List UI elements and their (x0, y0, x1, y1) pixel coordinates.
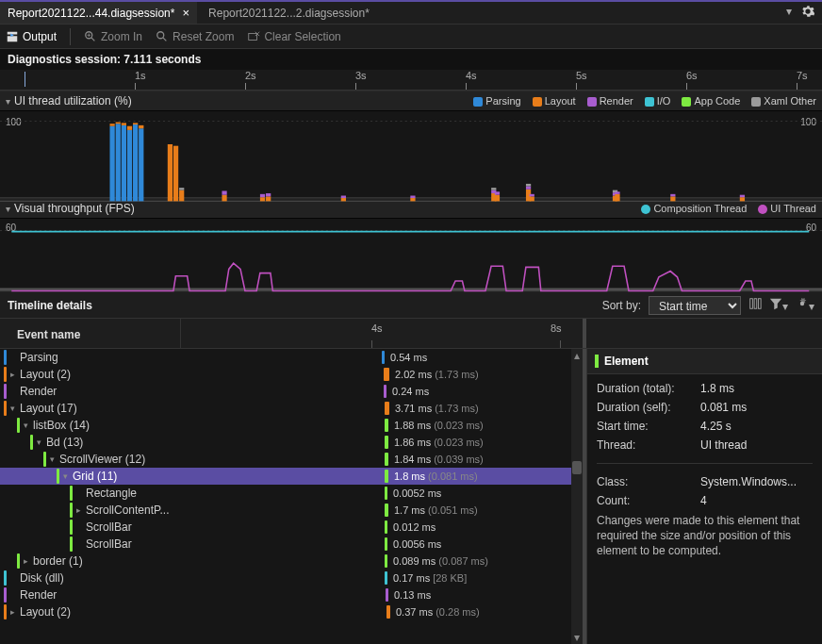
reset-zoom-label: Reset Zoom (173, 30, 234, 43)
table-row[interactable]: Rectangle 0.0052 ms (0, 485, 571, 502)
svg-rect-16 (122, 123, 126, 125)
table-row[interactable]: ▾ Grid (11) 1.8 ms (0.081 ms) (0, 468, 571, 485)
svg-rect-51 (615, 191, 619, 194)
svg-rect-30 (260, 194, 265, 197)
table-row[interactable]: ScrollBar 0.012 ms (0, 519, 571, 536)
svg-rect-24 (173, 146, 178, 202)
svg-rect-35 (410, 198, 415, 201)
svg-rect-32 (266, 193, 271, 196)
gear-icon[interactable] (801, 5, 814, 21)
util-chart[interactable]: 100 100 (0, 111, 822, 198)
scroll-thumb[interactable] (572, 461, 582, 474)
event-duration: 0.17 ms [28 KB] (393, 572, 467, 584)
table-row[interactable]: Parsing 0.54 ms (0, 349, 571, 366)
clear-selection-button[interactable]: Clear Selection (247, 30, 340, 43)
table-row[interactable]: ▸ ScrollContentP... 1.7 ms (0.051 ms) (0, 502, 571, 519)
legend-item: Xaml Other (751, 95, 816, 107)
detail-description: Changes were made to this element that r… (597, 513, 813, 559)
category-bar (4, 604, 7, 619)
detail-row: Start time:4.25 s (597, 420, 813, 433)
fps-chart[interactable]: 60 60 (0, 219, 822, 289)
legend-item: Layout (533, 95, 576, 107)
util-section-header[interactable]: ▾ UI thread utilization (%) ParsingLayou… (0, 91, 822, 111)
legend-item: I/O (645, 95, 671, 107)
table-row[interactable]: ▾ Bd (13) 1.86 ms (0.023 ms) (0, 434, 571, 451)
svg-line-5 (163, 37, 167, 41)
event-label: Bd (13) (46, 436, 83, 449)
details-panel-title: Element (604, 355, 649, 368)
scroll-down-icon[interactable]: ▾ (571, 631, 583, 644)
sort-by-label: Sort by: (602, 299, 641, 312)
table-row[interactable]: ▸ Layout (2) 2.02 ms (1.73 ms) (0, 366, 571, 383)
vertical-scrollbar[interactable]: ▴ ▾ (571, 349, 583, 644)
column-config-icon[interactable] (748, 297, 762, 313)
expand-icon[interactable]: ▾ (24, 421, 33, 430)
collapse-icon[interactable]: ▾ (6, 96, 10, 107)
close-icon[interactable]: × (182, 6, 189, 20)
category-bar (4, 384, 7, 399)
category-bar (43, 452, 46, 467)
event-marker (382, 351, 385, 364)
expand-icon[interactable]: ▾ (10, 404, 20, 413)
svg-rect-23 (168, 144, 173, 201)
tab-inactive[interactable]: Report2021122...2.diagsession* (201, 2, 377, 24)
clear-selection-label: Clear Selection (264, 30, 340, 43)
category-bar (30, 435, 33, 450)
expand-icon[interactable]: ▸ (10, 607, 20, 617)
event-label: Parsing (20, 351, 58, 364)
table-row[interactable]: Render 0.24 ms (0, 383, 571, 400)
sort-by-select[interactable]: Start time (649, 296, 741, 315)
event-marker (385, 419, 388, 432)
filter-icon[interactable]: ▾ (769, 297, 788, 313)
detail-row: Duration (total):1.8 ms (597, 382, 813, 395)
event-duration: 0.13 ms (394, 589, 431, 601)
table-row[interactable]: Disk (dll) 0.17 ms [28 KB] (0, 570, 571, 586)
timeline-scale[interactable]: 4s 8s (181, 319, 583, 348)
table-row[interactable]: ▸ border (1) 0.089 ms (0.087 ms) (0, 553, 571, 570)
event-duration: 1.7 ms (0.051 ms) (394, 504, 478, 516)
gear-icon[interactable]: ▾ (796, 297, 814, 313)
table-row[interactable]: ▾ listBox (14) 1.88 ms (0.023 ms) (0, 417, 571, 434)
category-bar (70, 520, 73, 535)
legend-util: ParsingLayoutRenderI/OApp CodeXaml Other (473, 95, 816, 107)
table-row[interactable]: ▾ Layout (17) 3.71 ms (1.73 ms) (0, 400, 571, 417)
svg-rect-25 (179, 190, 184, 202)
event-label: Grid (11) (73, 470, 117, 483)
scroll-up-icon[interactable]: ▴ (571, 349, 583, 362)
expand-icon[interactable]: ▾ (37, 438, 46, 447)
category-bar (4, 367, 7, 382)
event-label: ScrollBar (86, 537, 132, 551)
timeline-details-bar: Timeline details Sort by: Start time ▾ ▾ (0, 292, 822, 319)
expand-icon[interactable]: ▾ (50, 454, 59, 464)
ruler[interactable]: 1s2s3s4s5s6s7s (0, 70, 822, 91)
category-bar (17, 553, 20, 569)
chevron-down-icon[interactable]: ▾ (786, 5, 792, 21)
zoom-in-button[interactable]: Zoom In (84, 30, 142, 43)
table-row[interactable]: ▾ ScrollViewer (12) 1.84 ms (0.039 ms) (0, 451, 571, 468)
expand-icon[interactable]: ▸ (76, 505, 86, 515)
svg-rect-59 (754, 299, 757, 309)
event-label: Disk (dll) (20, 571, 64, 585)
detail-row: Count:4 (597, 494, 813, 507)
svg-rect-40 (495, 195, 500, 202)
event-marker (385, 487, 387, 500)
table-row[interactable]: ScrollBar 0.0056 ms (0, 536, 571, 553)
event-name-header[interactable]: Event name (0, 319, 181, 348)
tab-active[interactable]: Report2021122...44.diagsession* × (0, 2, 197, 24)
svg-rect-12 (109, 124, 114, 126)
reset-zoom-button[interactable]: Reset Zoom (156, 30, 234, 43)
expand-icon[interactable]: ▸ (10, 370, 20, 379)
svg-rect-14 (116, 123, 121, 124)
table-row[interactable]: ▸ Layout (2) 0.37 ms (0.28 ms) (0, 603, 571, 620)
expand-icon[interactable]: ▾ (63, 471, 73, 481)
output-button[interactable]: Output (6, 30, 57, 43)
timeline-content: Parsing 0.54 ms ▸ Layout (2) 2.02 ms (1.… (0, 349, 822, 644)
expand-icon[interactable]: ▸ (24, 556, 33, 566)
table-row[interactable]: Render 0.13 ms (0, 586, 571, 603)
legend-fps: Composition ThreadUI Thread (641, 203, 816, 214)
event-marker (385, 402, 389, 415)
category-bar (17, 418, 20, 433)
category-color-bar (595, 355, 599, 368)
collapse-icon[interactable]: ▾ (6, 204, 10, 214)
details-panel-header: Element (587, 349, 822, 374)
